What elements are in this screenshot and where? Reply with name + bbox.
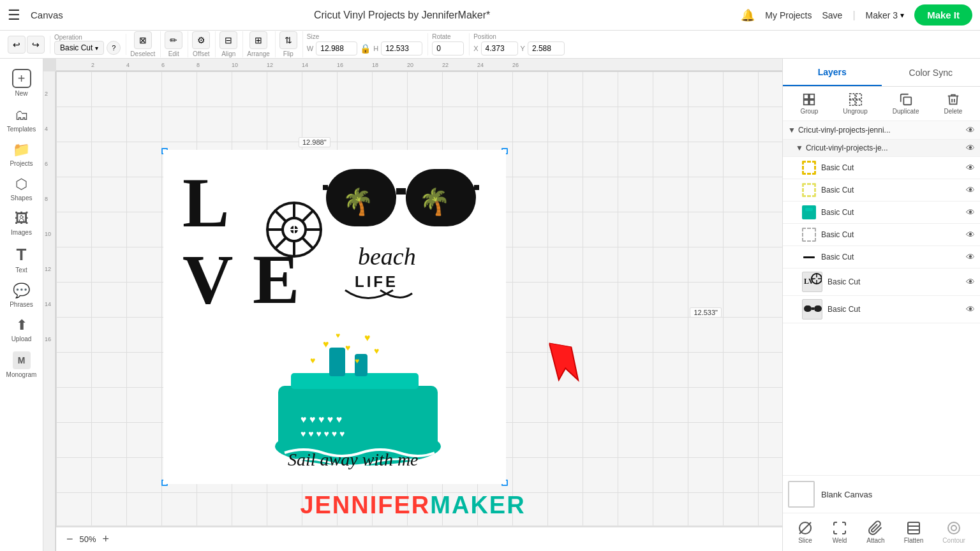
ungroup-button[interactable]: Ungroup	[839, 91, 871, 117]
topbar: ☰ Canvas Cricut Vinyl Projects by Jennif…	[0, 0, 980, 31]
right-panel: Layers Color Sync Group Ungroup Duplicat…	[782, 59, 980, 551]
contour-button[interactable]: Contour	[940, 518, 967, 546]
subgroup1-eye-icon[interactable]: 👁	[966, 143, 975, 153]
svg-rect-51	[291, 373, 419, 389]
project-title: Cricut Vinyl Projects by JenniferMaker*	[73, 10, 731, 21]
x-input[interactable]	[481, 41, 518, 55]
svg-text:12: 12	[267, 62, 273, 68]
layer6-eye-icon[interactable]: 👁	[966, 277, 975, 287]
sidebar-item-images[interactable]: 🖼 Images	[3, 207, 41, 240]
operation-select[interactable]: Basic Cut ▾	[54, 41, 104, 55]
svg-text:♥: ♥	[355, 356, 359, 365]
layer3-swatch	[802, 205, 816, 219]
layer3-eye-icon[interactable]: 👁	[966, 207, 975, 217]
delete-button[interactable]: Delete	[940, 91, 967, 117]
svg-rect-54	[329, 348, 345, 376]
sidebar-item-shapes[interactable]: ⬡ Shapes	[3, 172, 41, 205]
bell-icon[interactable]: 🔔	[741, 8, 755, 22]
redo-button[interactable]: ↪	[27, 36, 45, 54]
rotate-group: Rotate	[432, 33, 470, 55]
y-label: Y	[521, 45, 525, 52]
layer-item-3[interactable]: Basic Cut 👁	[783, 202, 980, 224]
layer4-swatch	[802, 228, 816, 242]
zoom-in-button[interactable]: +	[103, 533, 110, 546]
attach-button[interactable]: Attach	[865, 518, 886, 546]
flip-group: ⇅ Flip	[279, 31, 303, 57]
arrange-icon[interactable]: ⊞	[249, 31, 267, 49]
slice-button[interactable]: Slice	[796, 518, 815, 546]
layer4-eye-icon[interactable]: 👁	[966, 230, 975, 240]
edit-icon[interactable]: ✏	[165, 31, 182, 49]
menu-icon[interactable]: ☰	[8, 7, 20, 24]
duplicate-button[interactable]: Duplicate	[889, 91, 923, 117]
watermark-jennifer: JENNIFER	[300, 492, 430, 519]
layer7-thumb	[802, 299, 822, 320]
dim-label-v: 12.533"	[690, 307, 722, 318]
align-icon[interactable]: ⊟	[219, 31, 237, 49]
canvas-area[interactable]: 2 4 6 8 10 12 14 16 18 20 22 24 26 2 4 6	[43, 59, 782, 551]
layer1-name: Basic Cut	[821, 163, 961, 172]
machine-selector[interactable]: Maker 3 ▾	[866, 10, 905, 20]
sidebar-item-templates[interactable]: 🗂 Templates	[3, 103, 41, 136]
svg-rect-69	[849, 94, 854, 99]
flip-icon[interactable]: ⇅	[279, 31, 297, 49]
deselect-icon[interactable]: ⊠	[134, 31, 152, 49]
rotate-input[interactable]	[432, 41, 464, 55]
layer-item-1[interactable]: Basic Cut 👁	[783, 157, 980, 179]
sidebar-item-phrases[interactable]: 💬 Phrases	[3, 279, 41, 312]
layer-subgroup-header-1[interactable]: ▼ Cricut-vinyl-projects-je... 👁	[783, 140, 980, 157]
zoom-out-button[interactable]: −	[66, 533, 73, 546]
my-projects-button[interactable]: My Projects	[765, 10, 812, 20]
sidebar-item-monogram[interactable]: M Monogram	[3, 348, 41, 382]
svg-text:♥: ♥	[310, 355, 315, 365]
deselect-group: ⊠ Deselect	[130, 31, 161, 57]
svg-text:LIFE: LIFE	[355, 273, 398, 290]
operation-help-button[interactable]: ?	[107, 41, 121, 55]
sidebar-shapes-label: Shapes	[11, 195, 33, 202]
svg-text:🌴: 🌴	[419, 186, 450, 217]
sidebar-item-upload[interactable]: ⬆ Upload	[3, 313, 41, 346]
offset-icon[interactable]: ⚙	[192, 31, 210, 49]
sidebar-item-text[interactable]: T Text	[3, 241, 41, 277]
tab-color-sync[interactable]: Color Sync	[882, 59, 981, 86]
svg-rect-65	[804, 94, 808, 99]
lock-icon[interactable]: 🔒	[360, 43, 371, 54]
layer-item-5[interactable]: Basic Cut 👁	[783, 246, 980, 268]
layer-item-6[interactable]: LV Basic Cut 👁	[783, 268, 980, 296]
svg-text:Sail away with me: Sail away with me	[288, 450, 419, 469]
svg-text:14: 14	[302, 62, 308, 68]
group-button[interactable]: Group	[797, 91, 822, 117]
group-label: Group	[801, 108, 819, 115]
size-label: Size	[307, 33, 422, 40]
layer1-eye-icon[interactable]: 👁	[966, 163, 975, 173]
sidebar-projects-label: Projects	[10, 160, 33, 167]
left-sidebar: + New 🗂 Templates 📁 Projects ⬡ Shapes 🖼 …	[0, 59, 43, 551]
undo-button[interactable]: ↩	[8, 36, 26, 54]
width-input[interactable]	[316, 41, 357, 55]
tab-layers[interactable]: Layers	[783, 59, 882, 86]
svg-text:4: 4	[126, 62, 130, 68]
layer5-swatch	[802, 250, 816, 264]
layer-item-7[interactable]: Basic Cut 👁	[783, 296, 980, 323]
layer2-eye-icon[interactable]: 👁	[966, 185, 975, 195]
svg-point-91	[951, 525, 956, 531]
height-input[interactable]	[381, 41, 422, 55]
layer6-thumb: LV	[802, 272, 822, 292]
layer5-eye-icon[interactable]: 👁	[966, 252, 975, 262]
weld-button[interactable]: Weld	[830, 518, 849, 546]
layer-group-header-1[interactable]: ▼ Cricut-vinyl-projects-jenni... 👁	[783, 121, 980, 140]
layer-item-2[interactable]: Basic Cut 👁	[783, 179, 980, 202]
group1-eye-icon[interactable]: 👁	[966, 125, 975, 135]
divider: |	[852, 10, 855, 21]
subgroup1-name: Cricut-vinyl-projects-je...	[806, 143, 966, 152]
layer7-eye-icon[interactable]: 👁	[966, 304, 975, 314]
save-button[interactable]: Save	[822, 10, 842, 20]
sidebar-item-new[interactable]: + New	[3, 64, 41, 102]
arrange-label: Arrange	[247, 50, 270, 57]
svg-text:🌴: 🌴	[342, 186, 374, 217]
y-input[interactable]	[528, 41, 565, 55]
flatten-button[interactable]: Flatten	[902, 518, 926, 546]
make-it-button[interactable]: Make It	[914, 4, 972, 26]
sidebar-item-projects[interactable]: 📁 Projects	[3, 138, 41, 171]
layer-item-4[interactable]: Basic Cut 👁	[783, 224, 980, 246]
